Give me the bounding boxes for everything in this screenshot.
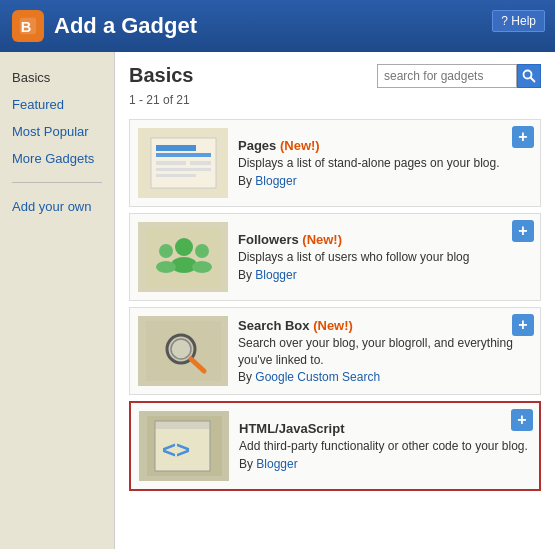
gadget-item-search-box: Search Box (New!) Search over your blog,… [129, 307, 541, 395]
svg-point-21 [171, 339, 191, 359]
gadget-thumb-pages [138, 128, 228, 198]
help-button[interactable]: ? Help [492, 10, 545, 32]
sidebar: Basics Featured Most Popular More Gadget… [0, 52, 115, 549]
sidebar-item-more-gadgets[interactable]: More Gadgets [0, 145, 114, 172]
svg-rect-9 [156, 168, 211, 171]
svg-rect-6 [156, 153, 211, 157]
gadget-desc-pages: Displays a list of stand-alone pages on … [238, 155, 532, 172]
main-layout: Basics Featured Most Popular More Gadget… [0, 52, 555, 549]
svg-point-15 [156, 261, 176, 273]
sidebar-item-basics[interactable]: Basics [0, 64, 114, 91]
add-button-html-javascript[interactable]: + [511, 409, 533, 431]
add-button-search-box[interactable]: + [512, 314, 534, 336]
svg-line-3 [531, 78, 536, 83]
gadget-name-followers: Followers (New!) [238, 232, 532, 247]
svg-point-16 [195, 244, 209, 258]
svg-rect-5 [156, 145, 196, 151]
gadget-by-link-html-javascript[interactable]: Blogger [256, 457, 297, 471]
content-area: Basics 1 - 21 of 21 [115, 52, 555, 549]
gadget-item-followers: Followers (New!) Displays a list of user… [129, 213, 541, 301]
gadget-name-html-javascript: HTML/JavaScript [239, 421, 531, 436]
gadget-thumb-search [138, 316, 228, 386]
add-button-followers[interactable]: + [512, 220, 534, 242]
gadget-info-pages: Pages (New!) Displays a list of stand-al… [238, 138, 532, 188]
gadget-info-html-javascript: HTML/JavaScript Add third-party function… [239, 421, 531, 471]
gadget-thumb-followers [138, 222, 228, 292]
add-button-pages[interactable]: + [512, 126, 534, 148]
page-title: Add a Gadget [54, 13, 197, 39]
gadget-info-search-box: Search Box (New!) Search over your blog,… [238, 318, 532, 385]
svg-rect-7 [156, 161, 186, 165]
content-header: Basics [129, 64, 541, 87]
gadget-by-link-search-box[interactable]: Google Custom Search [255, 370, 380, 384]
sidebar-item-most-popular[interactable]: Most Popular [0, 118, 114, 145]
gadget-desc-search-box: Search over your blog, your blogroll, an… [238, 335, 532, 369]
gadget-desc-followers: Displays a list of users who follow your… [238, 249, 532, 266]
svg-text:<>: <> [162, 436, 190, 463]
search-icon [522, 69, 536, 83]
gadget-by-html-javascript: By Blogger [239, 457, 531, 471]
svg-point-14 [159, 244, 173, 258]
gadget-name-pages: Pages (New!) [238, 138, 532, 153]
gadget-by-link-pages[interactable]: Blogger [255, 174, 296, 188]
search-container [377, 64, 541, 88]
svg-rect-11 [146, 227, 221, 287]
svg-point-17 [192, 261, 212, 273]
gadget-by-followers: By Blogger [238, 268, 532, 282]
search-button[interactable] [517, 64, 541, 88]
svg-rect-10 [156, 174, 196, 177]
gadget-item-pages: Pages (New!) Displays a list of stand-al… [129, 119, 541, 207]
sidebar-divider [12, 182, 102, 183]
gadget-list: Pages (New!) Displays a list of stand-al… [129, 119, 541, 497]
svg-point-12 [175, 238, 193, 256]
svg-rect-8 [190, 161, 211, 165]
svg-text:B: B [21, 19, 32, 35]
header: B Add a Gadget ? Help [0, 0, 555, 52]
gadget-desc-html-javascript: Add third-party functionality or other c… [239, 438, 531, 455]
gadget-by-pages: By Blogger [238, 174, 532, 188]
gadget-thumb-html: <> [139, 411, 229, 481]
gadget-by-link-followers[interactable]: Blogger [255, 268, 296, 282]
blogger-icon: B [12, 10, 44, 42]
svg-point-2 [524, 71, 532, 79]
gadget-item-html-javascript: <> HTML/JavaScript Add third-party funct… [129, 401, 541, 491]
sidebar-add-own[interactable]: Add your own [0, 193, 114, 220]
svg-rect-24 [155, 421, 210, 429]
gadget-info-followers: Followers (New!) Displays a list of user… [238, 232, 532, 282]
search-input[interactable] [377, 64, 517, 88]
gadget-name-search-box: Search Box (New!) [238, 318, 532, 333]
result-count: 1 - 21 of 21 [129, 93, 541, 107]
sidebar-item-featured[interactable]: Featured [0, 91, 114, 118]
gadget-by-search-box: By Google Custom Search [238, 370, 532, 384]
